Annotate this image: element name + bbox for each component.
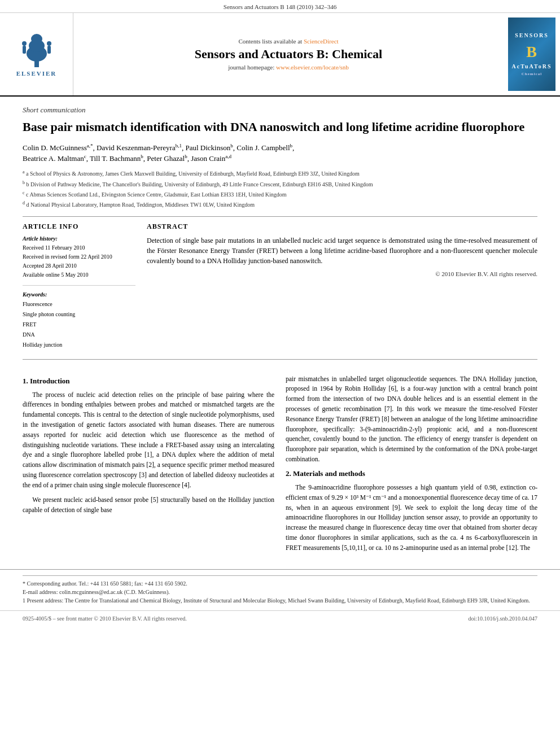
keyword-holliday: Holliday junction [23, 340, 135, 350]
sciencedirect-link[interactable]: ScienceDirect [304, 38, 339, 45]
elsevier-text: ELSEVIER [16, 70, 57, 77]
accepted-date: Accepted 28 April 2010 [23, 261, 135, 270]
header-section: ELSEVIER Contents lists available at Sci… [0, 13, 560, 97]
available-date: Available online 5 May 2010 [23, 270, 135, 279]
elsevier-tree-icon [14, 32, 59, 69]
materials-para: The 9-aminoacridine fluorophore possesse… [286, 483, 537, 553]
affiliation-c: c c Abmas Sciences Scotland Ltd., Elving… [23, 190, 537, 199]
svg-point-3 [31, 34, 42, 44]
homepage-link[interactable]: www.elsevier.com/locate/snb [276, 64, 349, 71]
footnote-1: * Corresponding author. Tel.: +44 131 65… [23, 579, 537, 588]
article-body: 1. Introduction The process of nucleic a… [0, 374, 560, 569]
footnote-3: 1 Present address: The Centre for Transl… [23, 596, 537, 605]
history-label: Article history: [23, 235, 135, 242]
keywords-label: Keywords: [23, 291, 135, 298]
header-center: Contents lists available at ScienceDirec… [73, 13, 504, 95]
keywords-section: Keywords: Fluorescence Single photon cou… [23, 291, 135, 350]
abstract-text: Detection of single base pair mutations … [147, 235, 537, 266]
logo-chemical-text: Chemical [522, 72, 542, 76]
affiliation-b: b b Division of Pathway Medicine, The Ch… [23, 180, 537, 189]
article-content: Short communication Base pair mismatch i… [0, 97, 560, 374]
journal-title: Sensors and Actuators B: Chemical [195, 47, 382, 62]
article-info-column: ARTICLE INFO Article history: Received 1… [23, 222, 135, 350]
abstract-header: ABSTRACT [147, 222, 537, 231]
keyword-fluorescence: Fluorescence [23, 299, 135, 309]
contents-line: Contents lists available at ScienceDirec… [238, 38, 338, 45]
affiliations: a a School of Physics & Astronomy, James… [23, 169, 537, 209]
right-intro-para: pair mismatches in unlabelled target oli… [286, 374, 537, 465]
elsevier-logo: ELSEVIER [14, 32, 59, 77]
authors-line: Colin D. McGuinnessa,*, David Keszenman-… [23, 142, 537, 165]
abstract-column: ABSTRACT Detection of single base pair m… [147, 222, 537, 350]
journal-homepage: journal homepage: www.elsevier.com/locat… [228, 64, 349, 71]
article-type: Short communication [23, 106, 537, 115]
svg-point-6 [47, 41, 51, 46]
elsevier-logo-area: ELSEVIER [0, 13, 73, 95]
footnotes-section: * Corresponding author. Tel.: +44 131 65… [0, 569, 560, 610]
divider-2 [23, 359, 537, 360]
article-title: Base pair mismatch identification with D… [23, 119, 537, 136]
body-right-col: pair mismatches in unlabelled target oli… [286, 374, 537, 558]
article-info-header: ARTICLE INFO [23, 222, 135, 231]
article-history: Received 11 February 2010 Received in re… [23, 243, 135, 279]
journal-bar: Sensors and Actuators B 148 (2010) 342–3… [0, 0, 560, 13]
svg-rect-5 [23, 46, 26, 54]
logo-actuators-text: AcTuAToRS [512, 63, 552, 69]
divider-keywords [23, 285, 135, 286]
received-date: Received 11 February 2010 [23, 243, 135, 252]
footer-doi: doi:10.1016/j.snb.2010.04.047 [468, 615, 537, 622]
header-right: SENSORS B AcTuAToRS Chemical [504, 13, 560, 95]
svg-point-4 [22, 41, 27, 46]
intro-para-2: We present nucleic acid-based sensor pro… [23, 495, 274, 516]
footer-bar: 0925-4005/$ – see front matter © 2010 El… [0, 610, 560, 626]
logo-b: B [526, 43, 537, 61]
revised-date: Received in revised form 22 April 2010 [23, 252, 135, 261]
intro-para-1: The process of nucleic acid detection re… [23, 390, 274, 491]
info-abstract-section: ARTICLE INFO Article history: Received 1… [23, 222, 537, 350]
page: Sensors and Actuators B 148 (2010) 342–3… [0, 0, 560, 747]
svg-rect-7 [47, 46, 51, 54]
affiliation-d: d d National Physical Laboratory, Hampto… [23, 200, 537, 209]
keyword-single-photon: Single photon counting [23, 309, 135, 320]
intro-title: 1. Introduction [23, 377, 274, 386]
materials-title: 2. Materials and methods [286, 469, 537, 478]
logo-sensors-text: SENSORS [515, 32, 549, 38]
keyword-fret: FRET [23, 320, 135, 330]
footnote-2: E-mail address: colin.mcguinness@ed.ac.u… [23, 588, 537, 596]
journal-logo-box: SENSORS B AcTuAToRS Chemical [508, 18, 555, 91]
footer-issn: 0925-4005/$ – see front matter © 2010 El… [23, 615, 187, 622]
keyword-dna: DNA [23, 330, 135, 340]
copyright-line: © 2010 Elsevier B.V. All rights reserved… [147, 270, 537, 277]
body-left-col: 1. Introduction The process of nucleic a… [23, 374, 274, 558]
divider-1 [23, 216, 537, 217]
footnotes-divider [23, 575, 537, 576]
affiliation-a: a a School of Physics & Astronomy, James… [23, 169, 537, 178]
journal-citation: Sensors and Actuators B 148 (2010) 342–3… [224, 3, 336, 10]
